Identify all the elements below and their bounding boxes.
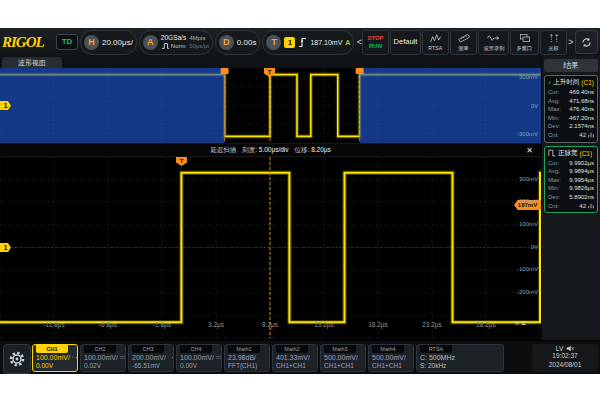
row-label: Dev: [548,193,560,202]
close-icon[interactable]: ✕ [524,145,535,156]
rise-time-icon [548,79,551,87]
math3-card[interactable]: Math3 500.00mV/ CH1+CH1 [320,344,366,372]
channel-offset: -65.51mV [129,362,173,369]
expand-toolbar-icon[interactable]: > [568,37,574,47]
measurement-source: (C1) [581,79,594,86]
waveform-record-label: 波形录制 [483,44,504,52]
cnt-value: 42 [579,202,586,211]
channel-tab: CH4 [180,345,212,353]
acquire-settings-button[interactable]: A 20GSa/s Norm 4Mpts 50ps/pt [139,30,213,55]
horizontal-badge: H [84,35,99,50]
cnt-value: 42 [579,131,586,140]
measurement-source: (C1) [580,150,593,157]
clock-panel: LV 19:02:37 2024/08/01 [532,344,598,372]
speaker-muted-icon [566,345,574,352]
time-resolution: 50ps/pt [189,42,209,50]
row-label: Cur: [548,88,559,97]
horizontal-settings-button[interactable]: H 20.00μs/ [80,30,137,55]
time-axis-label: 3.2μs [199,321,233,328]
zoom-offset-value: 8.20μs [311,146,331,153]
multi-window-icon [519,33,531,43]
channel-tab: Math3 [324,345,356,353]
lock-icon [172,354,173,361]
min-value: 9.9826μs [569,184,594,193]
trigger-source-tag: 1 [284,37,295,48]
time-axis-label: 8.2μs [253,321,287,328]
channel-card-ch2[interactable]: CH2 100.00mV/ 0.02V [80,344,126,372]
voltage-axis-label: -300mV [506,131,538,137]
channel-tab: RTSA [420,345,452,353]
clock-time: 19:02:37 [532,352,598,361]
delay-settings-button[interactable]: D 0.00s [215,30,261,55]
channel-scale: 100.00mV/ [36,354,70,361]
row-label: Cur: [548,159,559,168]
trigger-level: 187.10mV [310,39,342,46]
dev-value: 5.8902ns [569,193,594,202]
channel-card-ch1[interactable]: CH1 100.00mV/ 0.00V [32,344,78,372]
math4-card[interactable]: Math4 500.00mV/ CH1+CH1 [368,344,414,372]
max-value: 476.40ns [569,105,594,114]
voltage-axis-label: -100mV [506,266,538,272]
rtsa-button[interactable]: RTSA [422,30,449,55]
channel-offset: 0.02V [81,362,125,369]
default-button[interactable]: Default [390,30,421,55]
math-expression: CH1+CH1 [321,362,365,369]
gear-icon [8,350,26,368]
clock-date: 2024/08/01 [532,361,598,370]
zoom-mode-label: 延迟扫描 [210,146,236,155]
row-label: Max: [548,105,561,114]
channel-card-ch4[interactable]: CH4 100.00mV/ 0.00V [176,344,222,372]
avg-value: 9.9894μs [569,167,594,176]
zoom-scale-value: 5.00μs/div [259,146,289,153]
lock-icon [76,354,77,361]
math1-card[interactable]: Math1 23.98dB/ FFT(CH1) [224,344,270,372]
positive-pulse-icon [548,149,556,157]
channel-tab: Math2 [276,345,308,353]
tab-waveform-view[interactable]: 波形视图 [2,57,62,68]
rtsa-center-freq: C: 500MHz [417,354,503,361]
run-stop-button[interactable]: STOP RUN [362,30,389,55]
sample-rate: 20GSa/s [161,34,186,42]
channel-status-bar: CH1 100.00mV/ 0.00V CH2 100.00mV/ 0.02V … [0,340,600,374]
multi-window-button[interactable]: 多窗口 [510,30,539,55]
cursor-label: 光标 [548,44,558,52]
measure-label: 测量 [458,44,468,52]
spectrum-icon [430,33,442,43]
voltage-axis-label: 0V [506,103,538,109]
row-label: Max: [548,176,561,185]
measurement-card-rise-time[interactable]: 上升时间(C1) Cur:469.40ns Avg:471.68ns Max:4… [544,75,598,143]
measurement-card-positive-width[interactable]: 正脉宽(C1) Cur:9.9902μs Avg:9.9894μs Max:9.… [544,146,598,214]
measure-button[interactable]: 测量 [450,30,477,55]
waveform-plot-area[interactable]: 延迟扫描 刻度: 5.00μs/div 位移: 8.20μs ✕ T T 1 1… [0,68,541,340]
refresh-button[interactable] [575,30,598,54]
dc-coupling-icon [216,354,221,361]
cur-value: 469.40ns [569,88,594,97]
cur-value: 9.9902μs [569,159,594,168]
cursor-icon [548,33,560,43]
circular-arrows-icon [580,36,593,49]
settings-button[interactable] [3,344,31,374]
avg-value: 471.68ns [569,97,594,106]
waveform-canvas [0,68,541,340]
multi-window-label: 多窗口 [517,44,533,52]
waveform-record-button[interactable]: 波形录制 [478,30,509,55]
view-tab-bar: 波形视图 [0,56,541,68]
math2-card[interactable]: Math2 401.33mV/ CH1+CH1 [272,344,318,372]
time-axis-label: 18.2μs [361,321,395,328]
math-scale: 500.00mV/ [369,354,413,361]
math-scale: 500.00mV/ [321,354,365,361]
voltage-axis-label: 100mV [506,221,538,227]
zoom-info-bar: 延迟扫描 刻度: 5.00μs/div 位移: 8.20μs ✕ [0,143,541,157]
waveform-record-icon [487,33,500,43]
voltage-axis-label: 0V [506,244,538,250]
channel-card-ch3[interactable]: CH3 200.00mV/ -65.51mV [128,344,174,372]
rtsa-card[interactable]: RTSA C: 500MHz S: 20kHz [416,344,504,372]
trigger-settings-button[interactable]: T 1 187.10mV A [262,30,354,55]
cursor-button[interactable]: 光标 [540,30,567,55]
plot-menu-icon[interactable]: »≡ [515,318,527,328]
statistics-icon [588,203,594,209]
square-wave-icon [161,42,170,50]
stop-label: STOP [367,34,383,42]
measurement-name: 正脉宽 [558,149,578,158]
dev-value: 2.1574ns [569,122,594,131]
